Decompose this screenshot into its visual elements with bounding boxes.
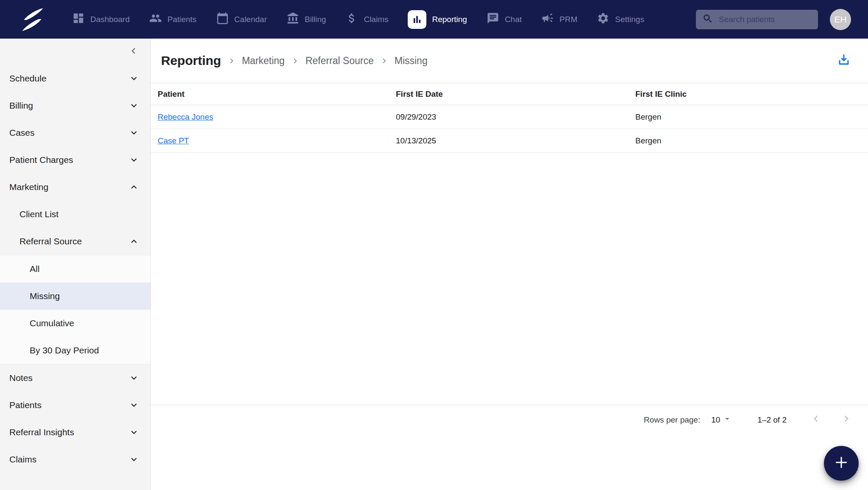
nav-item-claims[interactable]: Claims xyxy=(345,12,388,27)
chevron-down-icon xyxy=(128,454,139,465)
sidebar-item-label: Claims xyxy=(9,454,36,465)
sidebar-item-schedule[interactable]: Schedule xyxy=(0,65,150,92)
nav-item-label: PRM xyxy=(559,15,577,24)
nav-item-settings[interactable]: Settings xyxy=(597,12,644,27)
sidebar-item-referral-insights[interactable]: Referral Insights xyxy=(0,419,150,446)
sidebar-item-label: Patient Charges xyxy=(9,155,73,165)
nav-item-label: Claims xyxy=(364,15,388,24)
bank-icon xyxy=(287,12,299,27)
chevron-left-icon xyxy=(810,412,822,427)
sidebar-item-missing[interactable]: Missing xyxy=(0,283,150,310)
sidebar-item-patients[interactable]: Patients xyxy=(0,392,150,419)
table-header-row: Patient First IE Date First IE Clinic xyxy=(151,83,868,105)
nav-item-label: Settings xyxy=(615,15,644,24)
column-header-first-ie-date: First IE Date xyxy=(396,83,635,105)
patient-link[interactable]: Case PT xyxy=(158,136,189,145)
sidebar-item-referral-source[interactable]: Referral Source xyxy=(0,228,150,255)
sidebar-item-label: Patients xyxy=(9,400,42,410)
nav-item-label: Patients xyxy=(167,15,197,24)
plus-icon xyxy=(833,454,850,473)
sidebar-item-label: All xyxy=(30,264,39,274)
nav-item-label: Chat xyxy=(505,15,522,24)
sidebar-item-label: Missing xyxy=(30,291,60,301)
sidebar-item-claims[interactable]: Claims xyxy=(0,446,150,473)
chevron-right-icon xyxy=(379,56,389,66)
dashboard-icon xyxy=(72,12,85,27)
sidebar-item-label: Referral Insights xyxy=(9,427,74,437)
sidebar-item-all[interactable]: All xyxy=(0,255,150,283)
download-button[interactable] xyxy=(837,53,851,69)
breadcrumb-marketing[interactable]: Marketing xyxy=(242,55,285,67)
sidebar-item-label: Client List xyxy=(19,209,58,219)
sidebar-item-label: Cumulative xyxy=(30,318,74,328)
chevron-up-icon xyxy=(128,182,139,193)
chevron-up-icon xyxy=(128,236,139,247)
dollar-icon xyxy=(345,12,358,27)
nav-item-label: Calendar xyxy=(234,15,267,24)
report-table: Patient First IE Date First IE Clinic Re… xyxy=(151,83,868,153)
nav-item-chat[interactable]: Chat xyxy=(487,12,522,27)
avatar[interactable]: EH xyxy=(830,9,851,30)
sidebar-item-cases[interactable]: Cases xyxy=(0,119,150,146)
main-content: Reporting Marketing Referral Source Miss… xyxy=(151,39,868,490)
page-title: Reporting xyxy=(161,53,221,68)
gear-icon xyxy=(597,12,609,27)
rows-per-page-label: Rows per page: xyxy=(644,415,700,425)
search-icon xyxy=(702,13,713,26)
nav-item-patients[interactable]: Patients xyxy=(149,12,197,27)
previous-page-button[interactable] xyxy=(810,412,822,427)
patient-link[interactable]: Rebecca Jones xyxy=(158,112,213,121)
chat-icon xyxy=(487,12,499,27)
chevron-down-icon xyxy=(128,154,139,165)
sidebar-item-label: Referral Source xyxy=(19,236,82,246)
nav-item-label: Billing xyxy=(305,15,326,24)
sidebar-item-label: By 30 Day Period xyxy=(30,345,99,356)
add-button[interactable] xyxy=(824,446,859,481)
column-header-patient: Patient xyxy=(151,83,396,105)
calendar-icon xyxy=(216,12,229,27)
chevron-down-icon xyxy=(128,127,139,138)
table-row: Case PT 10/13/2025 Bergen xyxy=(151,129,868,153)
dropdown-arrow-icon xyxy=(723,414,732,426)
chevron-right-icon xyxy=(290,56,300,66)
people-icon xyxy=(149,12,162,27)
sidebar-item-billing[interactable]: Billing xyxy=(0,92,150,119)
search-input[interactable] xyxy=(719,15,812,24)
nav-item-prm[interactable]: PRM xyxy=(541,12,577,27)
pagination-range: 1–2 of 2 xyxy=(757,415,787,425)
first-ie-clinic-cell: Bergen xyxy=(635,105,868,129)
nav-item-reporting[interactable]: Reporting xyxy=(408,10,467,29)
nav-item-dashboard[interactable]: Dashboard xyxy=(72,12,130,27)
nav-item-calendar[interactable]: Calendar xyxy=(216,12,267,27)
rows-per-page-value: 10 xyxy=(711,415,720,425)
sidebar-item-by-30-day-period[interactable]: By 30 Day Period xyxy=(0,337,150,364)
sidebar-item-marketing[interactable]: Marketing xyxy=(0,174,150,201)
megaphone-icon xyxy=(541,12,554,27)
rows-per-page-select[interactable]: 10 xyxy=(711,414,732,426)
breadcrumb-missing[interactable]: Missing xyxy=(395,55,428,67)
sidebar-item-notes[interactable]: Notes xyxy=(0,364,150,392)
first-ie-clinic-cell: Bergen xyxy=(635,129,868,153)
brand-swoosh-icon[interactable] xyxy=(18,6,47,34)
chevron-down-icon xyxy=(128,427,139,438)
sidebar-item-cumulative[interactable]: Cumulative xyxy=(0,310,150,337)
top-nav-bar: Dashboard Patients Calendar Billing Clai… xyxy=(0,0,868,39)
sidebar-item-label: Cases xyxy=(9,128,35,138)
sidebar-item-patient-charges[interactable]: Patient Charges xyxy=(0,146,150,174)
table-row: Rebecca Jones 09/29/2023 Bergen xyxy=(151,105,868,129)
chevron-right-icon xyxy=(227,56,236,66)
download-icon xyxy=(837,53,851,69)
sidebar-collapse-button[interactable] xyxy=(128,45,139,59)
chevron-left-icon xyxy=(128,45,139,59)
nav-item-label: Dashboard xyxy=(90,15,130,24)
referral-source-subgroup: All Missing Cumulative By 30 Day Period xyxy=(0,255,150,364)
next-page-button[interactable] xyxy=(840,412,853,427)
first-ie-date-cell: 09/29/2023 xyxy=(396,105,635,129)
chevron-right-icon xyxy=(840,412,853,427)
sidebar-item-label: Schedule xyxy=(9,73,47,84)
breadcrumb-referral-source[interactable]: Referral Source xyxy=(306,55,374,67)
sidebar-item-client-list[interactable]: Client List xyxy=(0,201,150,228)
sidebar-item-label: Notes xyxy=(9,373,33,383)
nav-item-billing[interactable]: Billing xyxy=(287,12,326,27)
first-ie-date-cell: 10/13/2025 xyxy=(396,129,635,153)
